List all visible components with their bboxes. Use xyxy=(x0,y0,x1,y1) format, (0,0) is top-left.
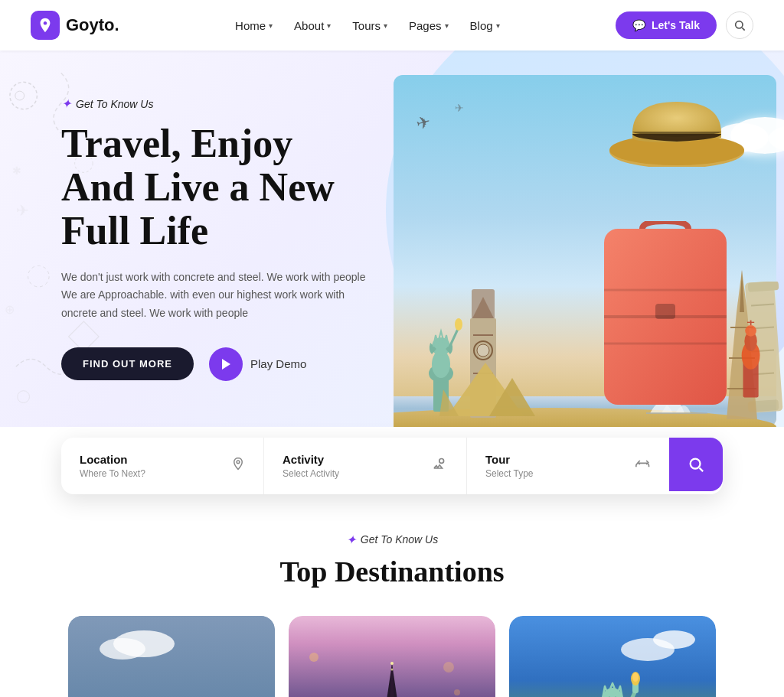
location-sub: Where To Next? xyxy=(80,468,145,479)
svg-line-34 xyxy=(449,327,459,349)
star-icon-2: ✦ xyxy=(346,533,356,547)
destination-card-liberty[interactable] xyxy=(509,616,716,697)
pages-arrow-icon: ▾ xyxy=(445,21,449,30)
about-arrow-icon: ▾ xyxy=(327,21,331,30)
search-bar: Location Where To Next? Activity Select … xyxy=(61,438,723,494)
hero-badge: ✦ Get To Know Us xyxy=(61,96,368,111)
destinations-title: Top Destinantions xyxy=(61,555,723,588)
destination-card-colosseum[interactable] xyxy=(68,616,275,697)
tour-field[interactable]: Tour Select Type xyxy=(467,438,669,494)
svg-line-1 xyxy=(742,28,744,30)
svg-point-35 xyxy=(455,318,462,331)
logo[interactable]: Goyto. xyxy=(31,11,119,40)
main-nav: Home ▾ About ▾ Tours ▾ Pages ▾ Blog ▾ xyxy=(235,19,499,32)
activity-icon xyxy=(433,457,448,475)
header: Goyto. Home ▾ About ▾ Tours ▾ Pages ▾ Bl… xyxy=(0,0,784,50)
svg-point-27 xyxy=(477,344,489,357)
play-demo-button[interactable]: Play Demo xyxy=(209,347,306,381)
nav-pages[interactable]: Pages ▾ xyxy=(409,19,449,32)
hero-collage: ✈ ✈ xyxy=(394,75,776,427)
tour-sub: Select Type xyxy=(485,468,533,479)
destinations-section: ✦ Get To Know Us Top Destinantions xyxy=(0,494,784,697)
hero-actions: FIND OUT MORE Play Demo xyxy=(61,347,368,381)
hero-image: ✈ ✈ xyxy=(386,50,784,427)
svg-marker-10 xyxy=(222,359,230,370)
find-out-more-button[interactable]: FIND OUT MORE xyxy=(61,347,194,380)
tour-icon xyxy=(635,457,651,475)
svg-point-54 xyxy=(691,459,701,469)
location-field[interactable]: Location Where To Next? xyxy=(61,438,264,494)
destination-card-paris[interactable] xyxy=(289,616,495,697)
play-demo-label: Play Demo xyxy=(250,357,306,370)
location-icon xyxy=(231,457,245,474)
search-button[interactable] xyxy=(669,438,723,491)
logo-icon xyxy=(31,11,60,40)
svg-line-55 xyxy=(700,468,704,472)
svg-rect-43 xyxy=(655,304,675,319)
home-arrow-icon: ▾ xyxy=(269,21,273,30)
svg-point-0 xyxy=(736,21,743,28)
straw-hat xyxy=(608,98,746,170)
hero-title: Travel, Enjoy And Live a New Full Life xyxy=(61,122,368,253)
tour-label: Tour xyxy=(485,453,533,466)
svg-marker-38 xyxy=(439,389,459,416)
pyramids xyxy=(439,359,554,423)
destinations-badge: ✦ Get To Know Us xyxy=(61,533,723,547)
header-right: 💬 Let's Talk xyxy=(616,11,753,39)
st-basil xyxy=(730,317,773,404)
hero-description: We don't just work with concrete and ste… xyxy=(61,269,368,323)
nav-home[interactable]: Home ▾ xyxy=(235,19,273,32)
location-label: Location xyxy=(80,453,145,466)
tours-arrow-icon: ▾ xyxy=(384,21,387,30)
activity-field[interactable]: Activity Select Activity xyxy=(264,438,467,494)
chat-icon: 💬 xyxy=(632,19,645,31)
play-icon xyxy=(209,347,243,381)
activity-label: Activity xyxy=(283,453,339,466)
nav-tours[interactable]: Tours ▾ xyxy=(352,19,387,32)
destinations-grid xyxy=(61,616,723,697)
nav-blog[interactable]: Blog ▾ xyxy=(470,19,500,32)
activity-sub: Select Activity xyxy=(283,468,339,479)
logo-text: Goyto. xyxy=(66,15,119,35)
svg-point-103 xyxy=(632,673,639,682)
blog-arrow-icon: ▾ xyxy=(496,21,500,30)
hero-content: ✦ Get To Know Us Travel, Enjoy And Live … xyxy=(0,50,398,427)
hero: ✈ ⊕ ✱ ✦ Get To Know Us Travel, Enjoy And… xyxy=(0,50,784,427)
svg-point-51 xyxy=(745,325,756,337)
lets-talk-button[interactable]: 💬 Let's Talk xyxy=(616,11,717,39)
suitcase xyxy=(596,221,734,415)
small-airplane-icon: ✈ xyxy=(455,102,464,114)
hero-section: ✈ ⊕ ✱ ✦ Get To Know Us Travel, Enjoy And… xyxy=(0,50,784,697)
star-icon: ✦ xyxy=(61,96,71,111)
nav-about[interactable]: About ▾ xyxy=(294,19,331,32)
header-search-button[interactable] xyxy=(726,11,753,39)
